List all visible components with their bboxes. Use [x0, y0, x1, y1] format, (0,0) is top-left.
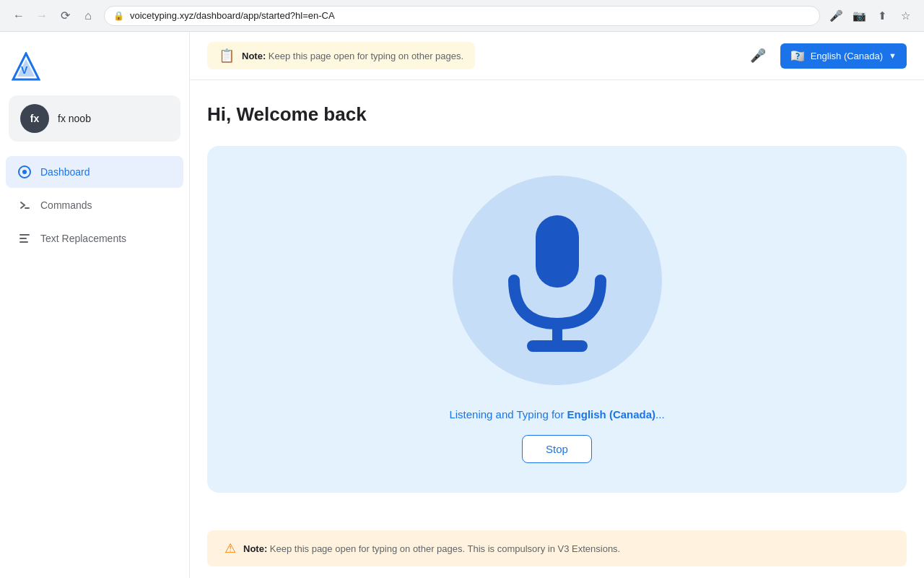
svg-text:V: V — [21, 64, 28, 76]
microphone-graphic — [500, 208, 615, 353]
language-selector-button[interactable]: 🇦🇧 English (Canada) ▼ — [780, 43, 907, 69]
avatar: fx — [20, 104, 49, 133]
bottom-note-banner: ⚠ Note: Keep this page open for typing o… — [207, 530, 907, 566]
svg-rect-7 — [19, 238, 27, 239]
reload-button[interactable]: ⟳ — [55, 6, 75, 26]
svg-rect-8 — [19, 241, 28, 243]
top-note-banner: 📋 Note: Keep this page open for typing o… — [207, 42, 475, 69]
text-replacements-label: Text Replacements — [40, 233, 126, 244]
address-bar[interactable]: 🔒 voicetyping.xyz/dashboard/app/started?… — [104, 6, 820, 26]
sidebar-nav: Dashboard Commands — [0, 156, 189, 254]
chevron-down-icon: ▼ — [889, 51, 897, 60]
svg-point-4 — [22, 170, 27, 174]
voice-card: Listening and Typing for English (Canada… — [207, 146, 907, 493]
sidebar-item-commands[interactable]: Commands — [6, 189, 183, 221]
mic-circle — [453, 176, 662, 385]
nav-buttons: ← → ⟳ ⌂ — [9, 6, 98, 26]
url-text: voicetyping.xyz/dashboard/app/started?hl… — [130, 10, 335, 21]
page-title: Hi, Welcome back — [207, 103, 907, 126]
listening-language: English (Canada) — [567, 408, 656, 420]
microphone-browser-button[interactable]: 🎤 — [826, 6, 846, 26]
sidebar-logo-area: V — [0, 43, 189, 95]
forward-button[interactable]: → — [32, 6, 52, 26]
dashboard-label: Dashboard — [40, 166, 90, 178]
back-button[interactable]: ← — [9, 6, 29, 26]
svg-rect-11 — [527, 340, 588, 352]
home-button[interactable]: ⌂ — [78, 6, 98, 26]
commands-label: Commands — [40, 199, 92, 211]
svg-rect-9 — [536, 215, 579, 288]
sidebar: V fx fx noob Dashboard — [0, 32, 190, 578]
main-content: 📋 Note: Keep this page open for typing o… — [190, 32, 924, 578]
warning-icon: ⚠ — [225, 540, 236, 556]
mic-status-icon: 🎤 — [750, 48, 766, 64]
listening-status-text: Listening and Typing for English (Canada… — [449, 408, 664, 420]
commands-icon — [17, 198, 32, 212]
user-profile[interactable]: fx fx noob — [9, 95, 180, 142]
app-logo-icon: V — [12, 52, 40, 81]
user-name: fx noob — [58, 113, 91, 124]
app-layout: V fx fx noob Dashboard — [0, 32, 924, 578]
text-replacements-icon — [17, 231, 32, 246]
language-label: English (Canada) — [811, 51, 883, 61]
lock-icon: 🔒 — [113, 11, 124, 21]
browser-chrome: ← → ⟳ ⌂ 🔒 voicetyping.xyz/dashboard/app/… — [0, 0, 924, 32]
top-note-text: Note: Keep this page open for typing on … — [242, 51, 463, 61]
camera-off-button[interactable]: 📷 — [849, 6, 869, 26]
page-content: Hi, Welcome back — [190, 80, 924, 519]
sidebar-item-dashboard[interactable]: Dashboard — [6, 156, 183, 188]
share-button[interactable]: ⬆ — [872, 6, 892, 26]
header-right: 🎤 🇦🇧 English (Canada) ▼ — [750, 43, 907, 69]
flag-icon: 🇦🇧 — [790, 49, 805, 63]
top-bar: 📋 Note: Keep this page open for typing o… — [190, 32, 924, 80]
dashboard-icon — [17, 165, 32, 179]
browser-actions: 🎤 📷 ⬆ ☆ — [826, 6, 915, 26]
stop-button[interactable]: Stop — [522, 435, 592, 463]
svg-rect-6 — [19, 234, 30, 236]
sidebar-item-text-replacements[interactable]: Text Replacements — [6, 223, 183, 254]
bottom-note-text: Note: Keep this page open for typing on … — [243, 543, 620, 554]
bookmark-button[interactable]: ☆ — [895, 6, 915, 26]
note-emoji: 📋 — [219, 48, 235, 64]
